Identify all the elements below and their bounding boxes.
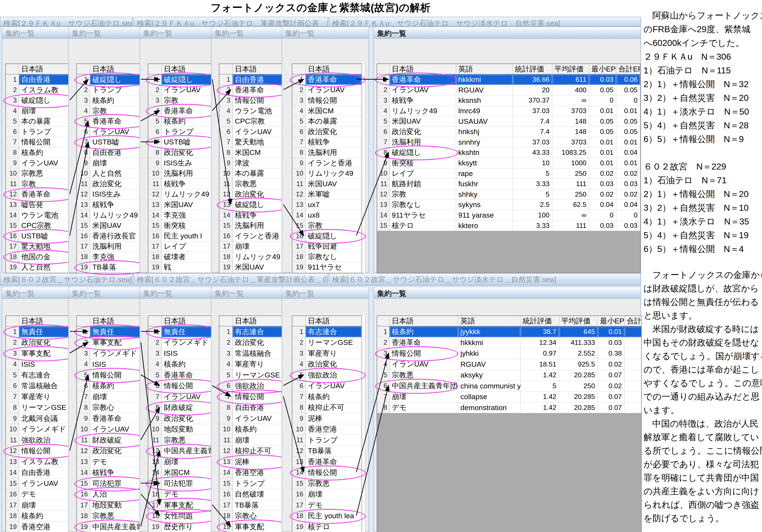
list-cell[interactable]: 香港革命 bbox=[162, 370, 218, 381]
list-cell[interactable]: 自由香港 bbox=[19, 74, 75, 85]
list-cell[interactable]: 地殻変動 bbox=[90, 500, 146, 511]
list-cell[interactable]: 香港革命 bbox=[90, 413, 146, 424]
list-cell[interactable]: 強欲政治 bbox=[233, 381, 289, 392]
list-cell[interactable]: ウラン電池 bbox=[19, 210, 75, 221]
table-cell[interactable]: 航路封鎖 bbox=[390, 179, 456, 189]
table-cell[interactable]: 100 bbox=[513, 210, 552, 221]
list-cell[interactable]: 津波 bbox=[233, 158, 289, 169]
list-cell[interactable]: リーマンGSE bbox=[19, 402, 75, 413]
table-row[interactable]: 9津波 bbox=[219, 158, 289, 169]
table-cell[interactable]: 62.5 bbox=[552, 199, 589, 210]
table-cell[interactable]: 0.02 bbox=[598, 359, 625, 370]
list-cell[interactable]: 崩壊 bbox=[162, 456, 218, 467]
table-row[interactable]: 10香港空港 bbox=[292, 424, 362, 435]
table-cell[interactable]: 0.06 bbox=[616, 74, 640, 85]
list-cell[interactable]: 洗脳利用 bbox=[306, 147, 362, 158]
table-row[interactable]: 4核条約 bbox=[148, 359, 218, 370]
table-row[interactable]: 10本の暴露 bbox=[219, 168, 289, 179]
table-cell[interactable]: 411.333 bbox=[559, 338, 598, 348]
table-row[interactable]: 12米軍嘘 bbox=[292, 189, 362, 200]
list-cell[interactable]: 宗教なし bbox=[306, 252, 362, 262]
table-row[interactable]: 15核テロkktero3.331110.030.03 bbox=[377, 220, 640, 231]
table-cell[interactable]: 20.285 bbox=[559, 370, 598, 381]
table-row[interactable]: 11航路封鎖fuskhr3.331110.030.03 bbox=[377, 179, 640, 189]
table-row[interactable]: 8破綻隠しkkshtn43.331083.250.010.04 bbox=[377, 147, 640, 158]
table-cell[interactable]: 5 bbox=[520, 381, 559, 392]
list-cell[interactable]: 米国UAV bbox=[233, 262, 289, 273]
table-row[interactable]: 14李克強 bbox=[148, 210, 218, 221]
table-row[interactable]: 12TB暴落 bbox=[292, 446, 362, 457]
table-row[interactable]: 3核戦争kksnsh370.37∞00 bbox=[377, 95, 640, 106]
list-cell[interactable]: 情報公開 bbox=[19, 446, 75, 457]
list-cell[interactable]: 軍事支配 bbox=[162, 500, 218, 511]
table-row[interactable]: 11トランプ bbox=[292, 435, 362, 446]
table-cell[interactable]: 0.01 bbox=[616, 137, 640, 148]
table-row[interactable]: 12政治変化 bbox=[77, 446, 146, 457]
table-cell[interactable]: 7.4 bbox=[513, 116, 552, 127]
list-cell[interactable]: 宗教悪 bbox=[306, 478, 362, 489]
list-cell[interactable]: ウラン電池 bbox=[233, 106, 289, 116]
list-cell[interactable]: イランUAV bbox=[19, 158, 75, 169]
table-row[interactable]: 7洗脳利用snnhry37.0337030.010.01 bbox=[377, 137, 640, 148]
table-row[interactable]: 8リーマンGSE bbox=[6, 402, 75, 413]
list-cell[interactable]: 司法犯罪 bbox=[162, 478, 218, 489]
list-cell[interactable]: 核抑止不可 bbox=[233, 446, 289, 457]
table-row[interactable]: 13ux7 bbox=[292, 199, 362, 210]
table-row[interactable]: 15洗脳利用 bbox=[219, 220, 289, 231]
table-cell[interactable]: 37.03 bbox=[513, 137, 552, 148]
list-cell[interactable]: 軍事支配 bbox=[19, 348, 75, 359]
list-cell[interactable]: 核条約 bbox=[90, 381, 146, 392]
table-row[interactable]: 11政治変化 bbox=[77, 179, 146, 189]
column-header[interactable]: 日本語 bbox=[306, 64, 362, 74]
list-cell[interactable]: 香港空港 bbox=[233, 467, 289, 478]
list-cell[interactable]: 地殻変動 bbox=[162, 424, 218, 435]
table-row[interactable]: 5米国UAVUSAUAV7.41480.050.05 bbox=[377, 116, 640, 127]
table-row[interactable]: 5本の暴露 bbox=[292, 116, 362, 127]
table-cell[interactable]: 0.38 bbox=[598, 348, 625, 359]
table-row[interactable]: 8核条約 bbox=[6, 147, 75, 158]
table-row[interactable]: 15衝突核 bbox=[148, 220, 218, 231]
table-row[interactable]: 7崩壊 bbox=[77, 391, 146, 402]
table-row[interactable]: 11強欲政治 bbox=[6, 435, 75, 446]
table-cell[interactable]: demonstration bbox=[458, 402, 520, 413]
table-cell[interactable]: 12.34 bbox=[520, 338, 559, 348]
table-cell[interactable]: 18.51 bbox=[520, 359, 559, 370]
table-row[interactable]: 13宗教なしsykyns2.562.50.040.04 bbox=[377, 199, 640, 210]
list-cell[interactable]: 洗脳利用 bbox=[90, 241, 146, 252]
table-cell[interactable]: 1.42 bbox=[520, 370, 559, 381]
list-cell[interactable]: 崩壊 bbox=[90, 158, 146, 169]
table-row[interactable]: 12情報公開 bbox=[6, 446, 75, 457]
list-cell[interactable]: 香港革命 bbox=[306, 456, 362, 467]
table-row[interactable]: 2トランプ bbox=[77, 85, 146, 96]
list-cell[interactable]: 政治変化 bbox=[90, 446, 146, 457]
table-row[interactable]: 17デモ bbox=[292, 500, 362, 511]
table-row[interactable]: 15宗教悪 bbox=[292, 478, 362, 489]
table-row[interactable]: 5本の暴露 bbox=[6, 116, 75, 127]
list-cell[interactable]: レイプ bbox=[162, 241, 218, 252]
list-cell[interactable]: 財政破綻 bbox=[90, 435, 146, 446]
table-cell[interactable]: 情報公開 bbox=[390, 348, 458, 359]
scrollbar-track[interactable] bbox=[361, 316, 365, 532]
list-cell[interactable]: リーマンGSE bbox=[306, 338, 362, 348]
table-row[interactable]: 2香港革命 bbox=[219, 85, 289, 96]
list-cell[interactable]: イランUAV bbox=[233, 127, 289, 137]
list-cell[interactable]: CPC宗教 bbox=[233, 116, 289, 127]
column-header[interactable]: 日本語 bbox=[90, 316, 146, 326]
table-cell[interactable]: rape bbox=[456, 168, 513, 179]
list-cell[interactable]: トランプ bbox=[233, 478, 289, 489]
list-cell[interactable]: 破綻隠し bbox=[19, 95, 75, 106]
table-cell[interactable]: 0.04 bbox=[616, 147, 640, 158]
table-row[interactable]: 13嘘告発 bbox=[6, 199, 75, 210]
list-cell[interactable]: 核条約 bbox=[19, 147, 75, 158]
list-cell[interactable]: デモ bbox=[90, 456, 146, 467]
table-cell[interactable]: hnkshj bbox=[456, 127, 513, 137]
table-row[interactable]: 17軍事支配 bbox=[148, 500, 218, 511]
table-cell[interactable]: 7.4 bbox=[513, 127, 552, 137]
list-cell[interactable]: 香港革命 bbox=[233, 85, 289, 96]
column-header[interactable]: 最小EP bbox=[589, 64, 616, 74]
column-header[interactable]: 日本語 bbox=[233, 64, 289, 74]
table-row[interactable]: 19香港空港 bbox=[6, 521, 75, 532]
table-row[interactable]: 5宗教悪aksyky1.4220.2850.070.07 bbox=[377, 370, 641, 381]
table-row[interactable]: 17地殻変動 bbox=[77, 500, 146, 511]
table-row[interactable]: 10地殻変動 bbox=[148, 424, 218, 435]
